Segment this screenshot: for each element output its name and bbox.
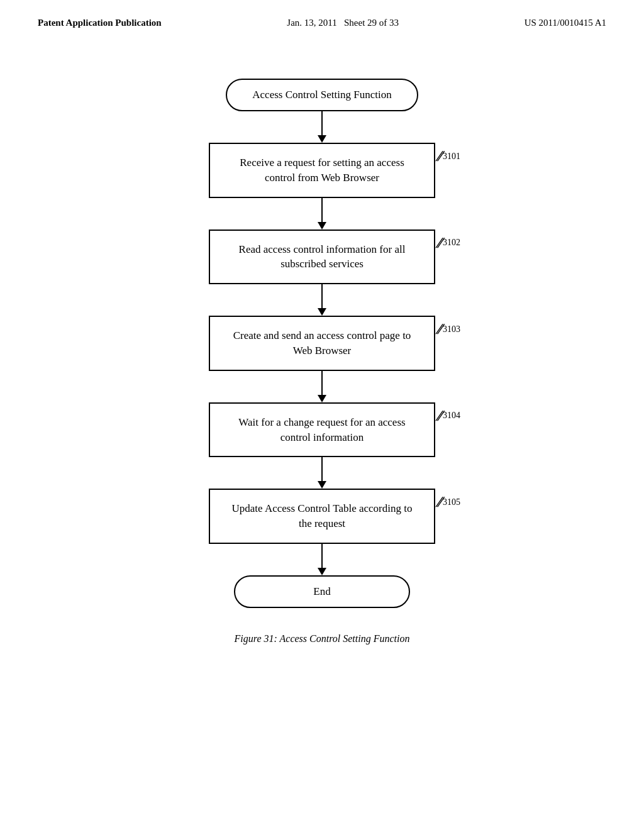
arrow-line-2 xyxy=(321,198,323,222)
arrow-head-2 xyxy=(318,222,326,230)
step-3105-annotation: // 3105 xyxy=(437,494,460,511)
step-3101-annotation: // 3101 xyxy=(437,148,460,165)
arrow-head-3 xyxy=(318,308,326,316)
arrow-head-1 xyxy=(318,135,326,143)
step-3103-text: Create and send an access control page t… xyxy=(233,329,411,357)
step-3105-node: Update Access Control Table according to… xyxy=(209,489,435,544)
arrow-line-6 xyxy=(321,544,323,568)
arrow-3 xyxy=(318,284,326,316)
main-content: Access Control Setting Function Receive … xyxy=(0,28,644,645)
page-header: Patent Application Publication Jan. 13, … xyxy=(0,0,644,28)
step-3102-id: 3102 xyxy=(443,238,460,248)
sheet-label: Sheet 29 of 33 xyxy=(344,18,399,28)
arrow-6 xyxy=(318,544,326,575)
step-3103-id: 3103 xyxy=(443,324,460,335)
step-3103-node: Create and send an access control page t… xyxy=(209,316,435,371)
step-3101-node: Receive a request for setting an access … xyxy=(209,143,435,198)
step-3102-node: Read access control information for all … xyxy=(209,230,435,285)
step-3104-annotation: // 3104 xyxy=(437,407,460,424)
step-3102-text: Read access control information for all … xyxy=(239,243,406,270)
step-3104-wrapper: Wait for a change request for an access … xyxy=(171,402,473,458)
step-3104-node: Wait for a change request for an access … xyxy=(209,402,435,458)
arrow-4 xyxy=(318,371,326,402)
start-node: Access Control Setting Function xyxy=(226,79,418,111)
end-node: End xyxy=(234,575,410,608)
step-3105-wrapper: Update Access Control Table according to… xyxy=(171,489,473,544)
arrow-2 xyxy=(318,198,326,230)
figure-caption: Figure 31: Access Control Setting Functi… xyxy=(235,633,410,645)
arrow-5 xyxy=(318,457,326,489)
step-3102-wrapper: Read access control information for all … xyxy=(171,230,473,285)
arrow-line-4 xyxy=(321,371,323,395)
step-3105-text: Update Access Control Table according to… xyxy=(232,502,413,529)
step-3103-annotation: // 3103 xyxy=(437,321,460,338)
step-3105-id: 3105 xyxy=(443,497,460,507)
step-3104-id: 3104 xyxy=(443,411,460,421)
slash-3101: // xyxy=(435,148,441,165)
slash-3104: // xyxy=(435,407,441,424)
start-node-label: Access Control Setting Function xyxy=(252,89,391,101)
arrow-line-1 xyxy=(321,111,323,135)
patent-number-label: US 2011/0010415 A1 xyxy=(525,18,606,28)
flowchart: Access Control Setting Function Receive … xyxy=(165,79,479,608)
step-3103-wrapper: Create and send an access control page t… xyxy=(171,316,473,371)
arrow-1 xyxy=(318,111,326,143)
slash-3102: // xyxy=(435,235,441,252)
end-node-label: End xyxy=(313,585,330,597)
arrow-head-6 xyxy=(318,568,326,575)
slash-3103: // xyxy=(435,321,441,338)
step-3101-text: Receive a request for setting an access … xyxy=(240,157,404,184)
arrow-head-4 xyxy=(318,395,326,402)
publication-label: Patent Application Publication xyxy=(38,18,162,28)
step-3101-id: 3101 xyxy=(443,152,460,162)
step-3101-wrapper: Receive a request for setting an access … xyxy=(171,143,473,198)
step-3104-text: Wait for a change request for an access … xyxy=(238,416,405,443)
date-label: Jan. 13, 2011 xyxy=(287,18,344,28)
arrow-line-3 xyxy=(321,284,323,308)
step-3102-annotation: // 3102 xyxy=(437,235,460,252)
slash-3105: // xyxy=(435,494,441,511)
arrow-line-5 xyxy=(321,457,323,481)
date-sheet-label: Jan. 13, 2011 Sheet 29 of 33 xyxy=(287,18,399,28)
arrow-head-5 xyxy=(318,481,326,489)
